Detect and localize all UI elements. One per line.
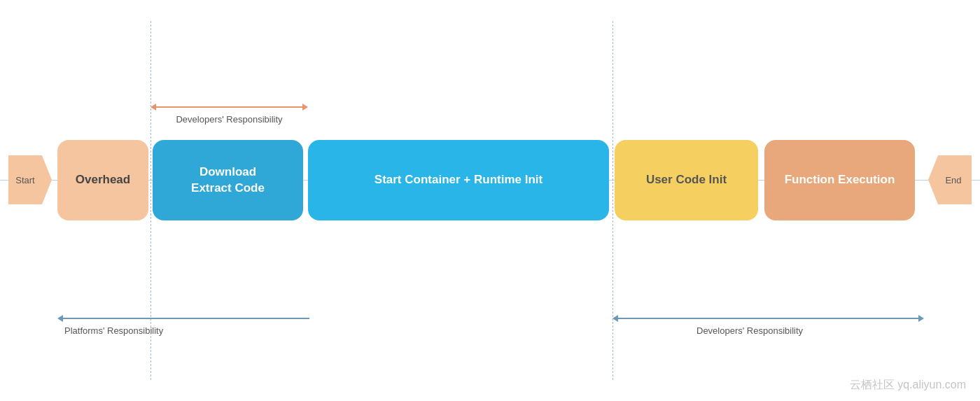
dev-responsibility-top-label: Developers' Responsibility bbox=[176, 113, 282, 126]
dev-bottom-line bbox=[618, 318, 918, 319]
box-user-code-init: User Code Init bbox=[615, 140, 758, 220]
arrow-head-left-plat bbox=[57, 315, 63, 322]
arrow-head-right-top bbox=[302, 104, 308, 111]
svg-text:End: End bbox=[945, 175, 961, 185]
arrow-head-right-dev-bottom bbox=[918, 315, 924, 322]
overhead-label: Overhead bbox=[76, 172, 130, 188]
arrow-head-left-top bbox=[150, 104, 156, 111]
dev-responsibility-bottom-label: Developers' Responsibility bbox=[612, 325, 803, 337]
usercode-label: User Code Init bbox=[646, 172, 727, 188]
bracket-line-top bbox=[156, 106, 302, 108]
watermark: 云栖社区 yq.aliyun.com bbox=[850, 378, 966, 393]
plat-line bbox=[63, 318, 309, 319]
dev-responsibility-top: Developers' Responsibility bbox=[150, 104, 308, 126]
box-overhead: Overhead bbox=[57, 140, 148, 220]
svg-text:Start: Start bbox=[15, 175, 35, 185]
diagram-container: Start End Overhead Download Extract Code… bbox=[0, 0, 980, 401]
dev-responsibility-bottom: Developers' Responsibility bbox=[612, 315, 924, 337]
start-arrow: Start bbox=[8, 155, 52, 204]
box-function-execution: Function Execution bbox=[764, 140, 915, 220]
box-container-runtime: Start Container + Runtime Init bbox=[308, 140, 609, 220]
plat-responsibility-bottom: Platforms' Responsibility bbox=[57, 315, 309, 337]
download-label: Download Extract Code bbox=[191, 164, 265, 195]
end-arrow: End bbox=[928, 155, 972, 204]
container-label: Start Container + Runtime Init bbox=[374, 172, 542, 188]
arrow-head-left-dev-bottom bbox=[612, 315, 618, 322]
function-label: Function Execution bbox=[785, 172, 895, 188]
plat-responsibility-label: Platforms' Responsibility bbox=[57, 325, 163, 337]
box-download-extract: Download Extract Code bbox=[153, 140, 303, 220]
